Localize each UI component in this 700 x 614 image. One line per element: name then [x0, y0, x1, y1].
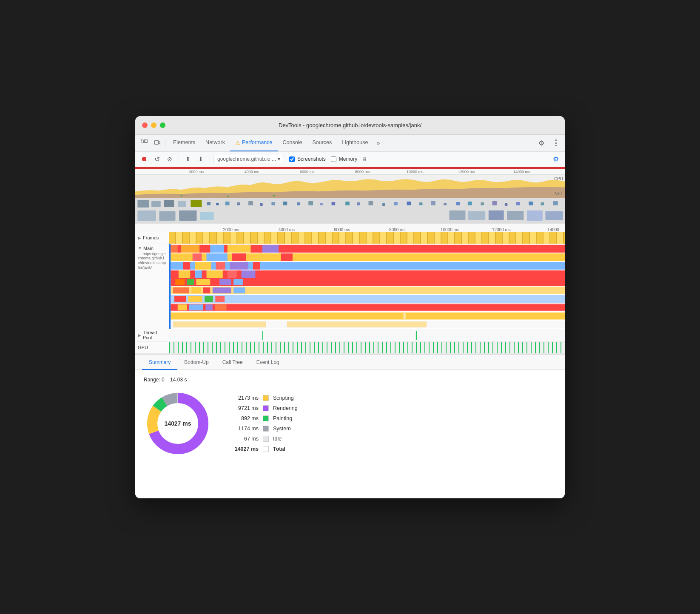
tab-summary[interactable]: Summary — [142, 355, 177, 370]
svg-rect-112 — [173, 321, 266, 327]
close-button[interactable] — [142, 122, 148, 128]
tab-elements[interactable]: Elements — [168, 134, 200, 151]
bottom-tab-bar: Summary Bottom-Up Call Tree Event Log — [135, 355, 565, 370]
ruler2-mark-6000: 6000 ms — [334, 227, 350, 232]
main-track-content[interactable] — [169, 244, 565, 329]
svg-point-5 — [180, 195, 182, 196]
ruler-mark-4000: 4000 ms — [245, 170, 259, 174]
svg-rect-76 — [179, 270, 190, 278]
clear-button[interactable]: ⊘ — [164, 154, 175, 165]
tab-network[interactable]: Network — [200, 134, 230, 151]
svg-rect-93 — [219, 279, 231, 285]
frames-bar — [169, 232, 565, 244]
frames-track-label[interactable]: ▶ Frames — [135, 232, 169, 244]
screenshots-label: Screenshots — [297, 156, 326, 162]
device-toggle-icon[interactable] — [151, 137, 162, 148]
svg-rect-110 — [406, 313, 565, 319]
maximize-button[interactable] — [160, 122, 165, 128]
svg-rect-25 — [332, 202, 336, 205]
download-button[interactable]: ⬇ — [195, 154, 206, 165]
total-value: 14027 ms — [229, 446, 259, 452]
svg-rect-70 — [183, 262, 190, 270]
settings-gear-icon[interactable]: ⚙ — [536, 137, 547, 148]
ruler2-mark-10000: 10000 ms — [441, 227, 459, 232]
svg-rect-52 — [527, 210, 543, 221]
thread-pool-label[interactable]: ▶ Thread Pool — [135, 329, 169, 341]
donut-chart: 14027 ms — [144, 389, 212, 458]
performance-settings-icon[interactable]: ⚙ — [550, 154, 561, 165]
donut-total-label: 14027 ms — [164, 420, 191, 427]
svg-rect-60 — [228, 245, 251, 253]
ruler-mark-12000: 12000 ms — [458, 170, 475, 174]
more-tabs-button[interactable]: » — [373, 139, 383, 146]
tab-call-tree[interactable]: Call Tree — [216, 355, 250, 370]
main-url-text: — https://googlechrome.github.io/devtool… — [138, 252, 166, 270]
tab-sources[interactable]: Sources — [307, 134, 337, 151]
svg-rect-101 — [188, 296, 202, 302]
system-color — [263, 426, 269, 432]
gpu-label[interactable]: GPU — [135, 342, 169, 353]
svg-rect-71 — [195, 262, 211, 270]
main-track-label[interactable]: ▼ Main — https://googlechrome.github.io/… — [135, 244, 169, 329]
tab-bottom-up[interactable]: Bottom-Up — [177, 355, 215, 370]
gpu-bar — [169, 342, 565, 353]
tab-performance[interactable]: ⚠ Performance — [230, 134, 278, 151]
main-label-text: Main — [143, 246, 154, 251]
svg-rect-62 — [262, 245, 279, 253]
svg-rect-10 — [151, 201, 161, 207]
reload-button[interactable]: ↺ — [151, 154, 162, 165]
painting-color — [263, 415, 269, 421]
svg-rect-80 — [242, 270, 256, 278]
svg-rect-94 — [233, 279, 243, 285]
svg-rect-81 — [260, 270, 265, 278]
svg-rect-64 — [193, 253, 202, 261]
svg-rect-12 — [178, 201, 186, 207]
screenshots-checkbox[interactable] — [289, 156, 295, 162]
frames-track-content — [169, 232, 565, 244]
minimize-button[interactable] — [151, 122, 157, 128]
clear-flame-button[interactable]: 🖥 — [359, 154, 370, 165]
svg-rect-21 — [283, 202, 287, 205]
main-flame-chart — [169, 244, 565, 329]
svg-rect-77 — [195, 270, 202, 278]
ruler2-mark-4000: 4000 ms — [279, 227, 295, 232]
tab-lighthouse[interactable]: Lighthouse — [337, 134, 373, 151]
summary-grid: 14027 ms 2173 ms Scripting 9721 ms Rende… — [144, 389, 556, 458]
svg-rect-0 — [141, 140, 144, 142]
ruler2-mark-12000: 12000 ms — [492, 227, 511, 232]
svg-rect-14 — [207, 202, 211, 205]
record-button[interactable]: ⏺ — [139, 154, 150, 165]
tab-event-log[interactable]: Event Log — [250, 355, 286, 370]
legend-system: 1174 ms System — [229, 426, 298, 432]
main-expand-icon: ▼ — [138, 246, 142, 250]
svg-rect-45 — [159, 211, 175, 221]
ruler-mark-6000: 6000 ms — [300, 170, 315, 174]
inspect-icon[interactable] — [139, 137, 150, 148]
range-text: Range: 0 – 14.03 s — [144, 377, 556, 383]
performance-toolbar: ⏺ ↺ ⊘ ⬆ ⬇ googlechrome.github.io ... ▾ S… — [135, 152, 565, 167]
upload-button[interactable]: ⬆ — [182, 154, 193, 165]
svg-rect-49 — [468, 211, 485, 220]
total-color — [263, 446, 269, 452]
memory-checkbox[interactable] — [331, 156, 336, 162]
devtools-window: DevTools - googlechrome.github.io/devtoo… — [135, 116, 565, 498]
svg-rect-44 — [137, 210, 156, 221]
svg-rect-116 — [416, 331, 417, 340]
svg-rect-95 — [173, 287, 189, 293]
gpu-track-row: GPU — [135, 342, 565, 354]
idle-color — [263, 436, 269, 442]
svg-rect-53 — [545, 211, 563, 220]
tab-console[interactable]: Console — [278, 134, 307, 151]
bottom-panel: Summary Bottom-Up Call Tree Event Log Ra… — [135, 354, 565, 498]
url-display[interactable]: googlechrome.github.io ... ▾ — [213, 155, 284, 163]
ruler-mark-14000: 14000 ms — [513, 170, 530, 174]
svg-rect-96 — [192, 287, 201, 293]
cpu-label: CPU — [554, 176, 563, 181]
svg-rect-102 — [205, 296, 213, 302]
scripting-value: 2173 ms — [229, 395, 259, 401]
more-options-icon[interactable]: ⋮ — [550, 137, 561, 148]
summary-content: Range: 0 – 14.03 s — [135, 370, 565, 464]
svg-rect-36 — [468, 202, 472, 205]
legend-idle: 67 ms Idle — [229, 436, 298, 442]
svg-rect-29 — [382, 203, 385, 206]
